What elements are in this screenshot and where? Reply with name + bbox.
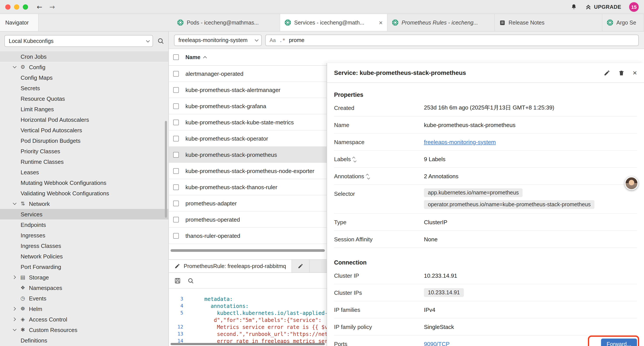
sidebar-item-config[interactable]: ⚙Config bbox=[0, 62, 168, 72]
back-button[interactable]: ← bbox=[37, 3, 42, 11]
sidebar-item-storage[interactable]: ▤Storage bbox=[0, 272, 168, 283]
close-tab-icon[interactable]: × bbox=[379, 19, 383, 26]
sidebar-item-ingress-classes[interactable]: Ingress Classes bbox=[0, 240, 168, 251]
sidebar-item-ingresses[interactable]: Ingresses bbox=[0, 230, 168, 240]
code-line: metadata: bbox=[188, 296, 233, 303]
code-line: Metrics service error rate is {{ $va bbox=[188, 324, 331, 331]
name-column-header[interactable]: Name bbox=[186, 54, 207, 60]
sidebar-item-network[interactable]: ⇅Network bbox=[0, 198, 168, 209]
sidebar-item-custom-resources[interactable]: ✱Custom Resources bbox=[0, 325, 168, 335]
close-icon[interactable]: × bbox=[632, 69, 637, 76]
port-link[interactable]: 9090/TCP bbox=[424, 341, 450, 346]
app-window: ← → UPGRADE 15 Navigator Pods - bbox=[0, 0, 644, 346]
sidebar-item-leases[interactable]: Leases bbox=[0, 167, 168, 177]
selector-badge: operator.prometheus.io/name=kube-prometh… bbox=[424, 200, 595, 209]
sidebar-item-namespaces[interactable]: ❖Namespaces bbox=[0, 283, 168, 293]
sidebar-item-validating-webhook-configurations[interactable]: Validating Webhook Configurations bbox=[0, 188, 168, 198]
sidebar-item-mutating-webhook-configurations[interactable]: Mutating Webhook Configurations bbox=[0, 177, 168, 188]
sidebar-item-runtime-classes[interactable]: Runtime Classes bbox=[0, 156, 168, 167]
property-row-created: Created 253d 16h 6m ago (2025年1月13日 GMT+… bbox=[334, 99, 637, 116]
editor-horizontal-scrollbar[interactable] bbox=[170, 343, 325, 345]
line-number: 5 bbox=[169, 310, 188, 317]
namespaces-icon: ❖ bbox=[19, 285, 26, 291]
row-checkbox[interactable] bbox=[173, 233, 179, 239]
horizontal-scrollbar[interactable] bbox=[170, 249, 325, 252]
sidebar-item-helm[interactable]: ☸Helm bbox=[0, 304, 168, 314]
sidebar-item-pod-disruption-budgets[interactable]: Pod Disruption Budgets bbox=[0, 135, 168, 146]
sidebar-item-config-maps[interactable]: Config Maps bbox=[0, 72, 168, 83]
sidebar-item-priority-classes[interactable]: Priority Classes bbox=[0, 146, 168, 156]
sidebar-item-events[interactable]: ◷Events bbox=[0, 293, 168, 304]
match-case-toggle[interactable]: Aa bbox=[270, 37, 276, 43]
select-all-checkbox[interactable] bbox=[173, 54, 179, 60]
avatar[interactable] bbox=[625, 177, 638, 190]
navigator-panel-tab[interactable]: Navigator bbox=[0, 14, 38, 31]
row-checkbox[interactable] bbox=[173, 217, 179, 222]
storage-icon: ▤ bbox=[19, 274, 26, 280]
kubernetes-cluster-icon bbox=[284, 19, 291, 26]
forward-button[interactable]: → bbox=[49, 3, 55, 11]
sidebar-search-icon[interactable] bbox=[158, 38, 164, 44]
edit-icon[interactable] bbox=[604, 69, 610, 76]
code-line: second.","runbook_url":"https://net bbox=[188, 331, 328, 338]
dock-tab-partial[interactable] bbox=[292, 260, 310, 272]
dock-tab-prometheusrule[interactable]: PrometheusRule: freeleaps-prod-rabbitmq bbox=[169, 260, 292, 272]
kubeconfig-selector[interactable]: Local Kubeconfigs bbox=[4, 35, 153, 47]
sort-ascending-icon bbox=[203, 56, 207, 59]
sidebar-item-services[interactable]: Services bbox=[0, 209, 168, 219]
window-titlebar: ← → UPGRADE 15 bbox=[0, 0, 644, 14]
tab-release-notes[interactable]: Release Notes bbox=[495, 14, 602, 31]
sidebar-item-cron-jobs[interactable]: Cron Jobs bbox=[0, 51, 168, 62]
delete-icon[interactable] bbox=[618, 69, 625, 76]
sidebar-scrollbar[interactable] bbox=[165, 121, 167, 218]
sidebar-item-resource-quotas[interactable]: Resource Quotas bbox=[0, 93, 168, 104]
editor-search-icon[interactable] bbox=[188, 278, 194, 284]
zoom-window-button[interactable] bbox=[23, 4, 28, 9]
sidebar-item-access-control[interactable]: ◈Access Control bbox=[0, 314, 168, 325]
expand-collapse-icon[interactable] bbox=[367, 173, 369, 179]
namespace-link[interactable]: freeleaps-monitoring-system bbox=[424, 139, 496, 145]
code-line: kubectl.kubernetes.io/last-applied-co bbox=[188, 310, 334, 317]
custom-resources-icon: ✱ bbox=[19, 327, 26, 333]
sidebar-item-vertical-pod-autoscalers[interactable]: Vertical Pod Autoscalers bbox=[0, 125, 168, 135]
navigator-tree: Cron Jobs ⚙Config Config Maps Secrets Re… bbox=[0, 50, 168, 346]
upgrade-button[interactable]: UPGRADE bbox=[585, 4, 621, 10]
search-input[interactable] bbox=[289, 37, 634, 43]
sidebar-item-network-policies[interactable]: Network Policies bbox=[0, 251, 168, 262]
row-checkbox[interactable] bbox=[173, 87, 179, 93]
line-number: 3 bbox=[169, 296, 188, 303]
tab-services[interactable]: Services - icecheng@math... × bbox=[280, 14, 388, 31]
forward-button[interactable]: Forward... bbox=[601, 338, 637, 346]
namespace-filter-select[interactable]: freeleaps-monitoring-system bbox=[174, 34, 262, 46]
minimize-window-button[interactable] bbox=[14, 4, 19, 9]
sidebar-item-endpoints[interactable]: Endpoints bbox=[0, 219, 168, 230]
close-window-button[interactable] bbox=[5, 4, 10, 9]
save-icon[interactable] bbox=[174, 278, 180, 284]
sidebar-item-limit-ranges[interactable]: Limit Ranges bbox=[0, 104, 168, 114]
row-checkbox[interactable] bbox=[173, 119, 179, 125]
row-checkbox[interactable] bbox=[173, 71, 179, 76]
row-checkbox[interactable] bbox=[173, 152, 179, 157]
edit-pencil-icon bbox=[298, 263, 304, 269]
expand-collapse-icon[interactable] bbox=[354, 156, 356, 162]
chevron-right-icon bbox=[12, 308, 17, 310]
property-row-cluster-ips: Cluster IPs 10.233.14.91 bbox=[334, 284, 637, 301]
row-checkbox[interactable] bbox=[173, 103, 179, 109]
sidebar-item-horizontal-pod-autoscalers[interactable]: Horizontal Pod Autoscalers bbox=[0, 114, 168, 125]
kubernetes-cluster-icon bbox=[392, 19, 398, 26]
row-checkbox[interactable] bbox=[173, 136, 179, 141]
regex-toggle[interactable]: .* bbox=[279, 37, 286, 43]
tab-argo[interactable]: Argo Se bbox=[602, 14, 644, 31]
notifications-bell-icon[interactable] bbox=[570, 3, 577, 10]
sidebar-item-secrets[interactable]: Secrets bbox=[0, 83, 168, 93]
row-checkbox[interactable] bbox=[173, 200, 179, 206]
sidebar-item-port-forwarding[interactable]: Port Forwarding bbox=[0, 262, 168, 272]
chevron-down-icon bbox=[12, 202, 17, 205]
tab-pods[interactable]: Pods - icecheng@mathmas... bbox=[173, 14, 280, 31]
detail-title: Service: kube-prometheus-stack-prometheu… bbox=[334, 69, 604, 76]
row-checkbox[interactable] bbox=[173, 184, 179, 190]
notification-count-badge[interactable]: 15 bbox=[629, 2, 639, 11]
row-checkbox[interactable] bbox=[173, 168, 179, 174]
tab-prometheus-rules[interactable]: Prometheus Rules - icecheng... bbox=[388, 14, 495, 31]
sidebar-item-definitions[interactable]: Definitions bbox=[0, 335, 168, 346]
